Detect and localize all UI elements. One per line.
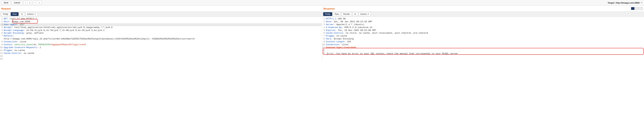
target-label: Target: — [608, 2, 616, 4]
history-back-dropdown[interactable]: ▼ — [28, 1, 32, 4]
response-panel: Response Pretty Raw Render \n Actions▼ 1… — [322, 6, 644, 61]
layout-single-icon[interactable] — [639, 7, 643, 10]
response-title: Response — [322, 6, 336, 12]
chevron-down-icon: ▼ — [34, 13, 36, 15]
actions-dropdown[interactable]: Actions▼ — [25, 12, 37, 16]
send-button[interactable]: Send — [1, 1, 10, 5]
tab-render[interactable]: Render — [342, 12, 352, 16]
tab-newline[interactable]: \n — [352, 12, 358, 16]
history-forward-group: > ▼ — [33, 1, 42, 5]
request-panel: Request Pretty Raw \n Actions▼ 1GET /sql… — [0, 6, 322, 61]
layout-split-horizontal-icon[interactable] — [635, 7, 638, 10]
tab-raw[interactable]: Raw — [333, 12, 341, 16]
response-tabbar: Pretty Raw Render \n Actions▼ — [322, 12, 644, 17]
layout-switcher — [631, 7, 644, 10]
chevron-down-icon: ▼ — [368, 13, 369, 15]
tab-pretty[interactable]: Pretty — [323, 12, 332, 16]
request-title: Request — [0, 6, 322, 12]
edit-target-icon[interactable]: ✎ — [640, 1, 643, 4]
tab-pretty[interactable]: Pretty — [1, 12, 10, 16]
history-forward-dropdown[interactable]: ▼ — [37, 1, 42, 4]
history-back-group: < ▼ — [23, 1, 32, 5]
tab-newline[interactable]: \n — [19, 12, 25, 16]
error-message: Error: You have an error in your SQL syn… — [326, 52, 459, 56]
chevron-down-icon: ▼ — [38, 2, 40, 4]
target-display: Target: http://bwapp.com:8888 ✎ — [608, 1, 643, 4]
tab-raw[interactable]: Raw — [11, 12, 18, 16]
target-value: http://bwapp.com:8888 — [616, 2, 640, 4]
cancel-button[interactable]: Cancel — [12, 1, 22, 5]
request-tabbar: Pretty Raw \n Actions▼ — [0, 12, 322, 17]
history-back-button[interactable]: < — [24, 1, 28, 4]
response-viewer[interactable]: 1HTTP/1.1 200 OK 2Date: Sat, 09 Jan 2021… — [322, 17, 644, 56]
layout-split-vertical-icon[interactable] — [631, 7, 634, 10]
actions-dropdown[interactable]: Actions▼ — [358, 12, 370, 16]
top-toolbar: Send Cancel < ▼ > ▼ Target: http://bwapp… — [0, 0, 644, 6]
request-editor[interactable]: 1GET /sqli_17.php HTTP/1.1 2Host: bwapp.… — [0, 17, 322, 61]
history-forward-button[interactable]: > — [33, 1, 37, 4]
chevron-down-icon: ▼ — [29, 2, 30, 4]
